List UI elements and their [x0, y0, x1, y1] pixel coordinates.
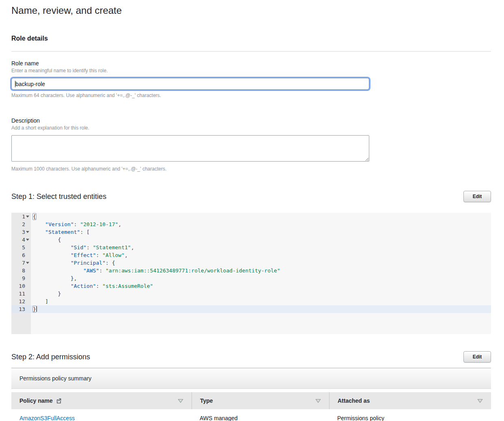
code-line-content: },: [31, 274, 491, 282]
editor-gutter: 3: [11, 228, 31, 236]
column-header-attached-as[interactable]: Attached as: [329, 392, 491, 409]
editor-line[interactable]: 6 "Effect": "Allow",: [11, 251, 491, 259]
line-number: 4: [22, 236, 25, 244]
code-line-content: "Principal": {: [31, 259, 491, 267]
code-line-content: "Version": "2012-10-17",: [31, 220, 491, 228]
code-line-content: "Sid": "Statement1",: [31, 244, 491, 251]
line-number: 10: [19, 282, 25, 290]
fold-arrow-icon[interactable]: [26, 262, 29, 264]
role-name-help: Enter a meaningful name to identify this…: [11, 68, 491, 73]
permissions-panel-header: Permissions policy summary: [11, 368, 491, 389]
line-number: 11: [19, 290, 25, 298]
description-label: Description: [11, 117, 491, 124]
trust-policy-editor[interactable]: 1{2 "Version": "2012-10-17",3 "Statement…: [11, 213, 491, 334]
editor-line[interactable]: 8 "AWS": "arn:aws:iam::541263489771:role…: [11, 267, 491, 274]
line-number: 7: [22, 259, 25, 267]
editor-line[interactable]: 2 "Version": "2012-10-17",: [11, 220, 491, 228]
fold-arrow-icon[interactable]: [26, 216, 29, 218]
code-line-content: }: [31, 290, 491, 298]
code-line-content: ]: [31, 298, 491, 305]
permissions-table-header: Policy name Type: [11, 392, 491, 409]
fold-arrow-icon[interactable]: [26, 231, 29, 233]
policy-type-cell: AWS managed: [192, 409, 329, 421]
line-number: 9: [22, 274, 25, 282]
filter-dropdown-icon[interactable]: [477, 399, 483, 403]
editor-line[interactable]: 4 {: [11, 236, 491, 244]
editor-gutter: 12: [11, 298, 31, 305]
line-number: 3: [22, 228, 25, 236]
type-column-label: Type: [200, 397, 213, 404]
text-cursor: [15, 81, 15, 87]
editor-line[interactable]: 9 },: [11, 274, 491, 282]
step1-title: Step 1: Select trusted entities: [11, 192, 106, 201]
editor-gutter: 9: [11, 274, 31, 282]
editor-gutter: 2: [11, 220, 31, 228]
editor-line[interactable]: 12 ]: [11, 298, 491, 305]
attached-as-column-label: Attached as: [338, 397, 370, 404]
code-line-content: {: [31, 213, 491, 220]
role-name-constraint: Maximum 64 characters. Use alphanumeric …: [11, 93, 491, 98]
editor-line[interactable]: 11 }: [11, 290, 491, 298]
code-line-content: "AWS": "arn:aws:iam::541263489771:role/w…: [31, 267, 491, 274]
editor-line[interactable]: 7 "Principal": {: [11, 259, 491, 267]
line-number: 6: [22, 251, 25, 259]
line-number: 12: [19, 298, 25, 305]
description-input[interactable]: [11, 135, 369, 162]
editor-line[interactable]: 1{: [11, 213, 491, 220]
line-number: 13: [19, 305, 25, 313]
external-link-icon: [56, 398, 62, 404]
description-help: Add a short explanation for this role.: [11, 125, 491, 131]
editor-line[interactable]: 3 "Statement": [: [11, 228, 491, 236]
role-details-heading: Role details: [11, 35, 491, 42]
policy-name-link[interactable]: AmazonS3FullAccess: [19, 415, 75, 421]
role-name-input[interactable]: [11, 78, 369, 90]
column-header-type[interactable]: Type: [192, 392, 329, 409]
column-header-policy-name[interactable]: Policy name: [11, 392, 192, 409]
table-row: AmazonS3FullAccessAWS managedPermissions…: [11, 409, 491, 421]
editor-gutter: 10: [11, 282, 31, 290]
role-name-label: Role name: [11, 60, 491, 67]
editor-gutter: 7: [11, 259, 31, 267]
editor-gutter: 1: [11, 213, 31, 220]
filter-dropdown-icon[interactable]: [178, 399, 183, 403]
editor-cursor: [37, 306, 37, 312]
step2-header: Step 2: Add permissions Edit: [11, 351, 491, 363]
line-number: 8: [22, 267, 25, 274]
fold-arrow-icon[interactable]: [26, 239, 29, 241]
editor-gutter: 6: [11, 251, 31, 259]
role-details-divider: [11, 51, 491, 52]
step2-title: Step 2: Add permissions: [11, 353, 90, 361]
editor-line[interactable]: 10 "Action": "sts:AssumeRole": [11, 282, 491, 290]
code-line-content: "Action": "sts:AssumeRole": [31, 282, 491, 290]
step1-header: Step 1: Select trusted entities Edit: [11, 191, 491, 202]
page-title: Name, review, and create: [11, 5, 491, 16]
editor-line[interactable]: 5 "Sid": "Statement1",: [11, 244, 491, 251]
step2-edit-button[interactable]: Edit: [463, 351, 491, 363]
permissions-panel-title: Permissions policy summary: [19, 375, 91, 382]
step1-edit-button[interactable]: Edit: [463, 191, 491, 202]
policy-editor-lines: 1{2 "Version": "2012-10-17",3 "Statement…: [11, 213, 491, 313]
editor-gutter: 4: [11, 236, 31, 244]
editor-line[interactable]: 13}: [11, 305, 491, 313]
line-number: 2: [22, 220, 25, 228]
line-number: 1: [22, 213, 25, 220]
description-constraint: Maximum 1000 characters. Use alphanumeri…: [11, 166, 491, 172]
name-review-create-page: Name, review, and create Role details Ro…: [0, 0, 504, 421]
filter-dropdown-icon[interactable]: [315, 399, 321, 403]
line-number: 5: [22, 244, 25, 251]
permissions-table: Policy name Type: [11, 392, 491, 421]
editor-gutter: 13: [11, 305, 31, 313]
permissions-table-body: AmazonS3FullAccessAWS managedPermissions…: [11, 409, 491, 421]
attached-as-cell: Permissions policy: [329, 409, 491, 421]
code-line-content: {: [31, 236, 491, 244]
editor-gutter: 5: [11, 244, 31, 251]
code-line-content: }: [31, 305, 491, 313]
code-line-content: "Effect": "Allow",: [31, 251, 491, 259]
editor-gutter: 11: [11, 290, 31, 298]
editor-gutter: 8: [11, 267, 31, 274]
policy-name-column-label: Policy name: [19, 397, 53, 404]
code-line-content: "Statement": [: [31, 228, 491, 236]
